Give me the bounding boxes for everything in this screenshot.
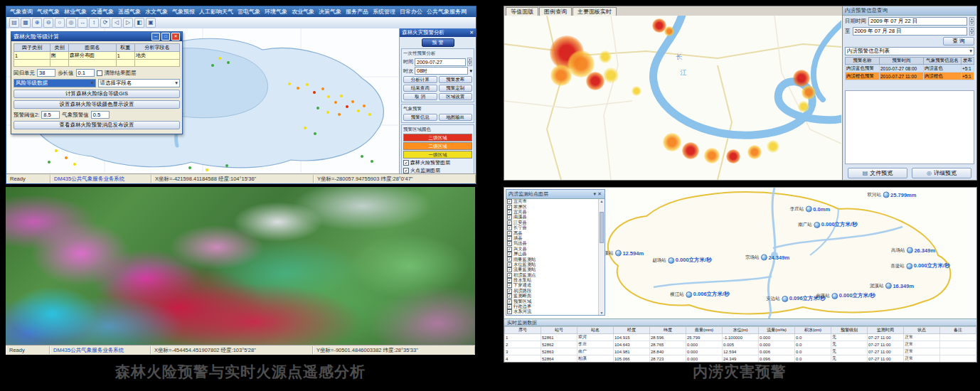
menu-item[interactable]: 遥感气象: [117, 8, 142, 16]
minimize-icon[interactable]: ─: [151, 33, 160, 41]
scrollbar-thumb[interactable]: [600, 212, 604, 243]
color-settings-button[interactable]: 设置森林火险等级颜色显示设置: [14, 100, 180, 109]
legend-icon[interactable]: ▣: [146, 18, 156, 28]
panel-button[interactable]: 结果查询: [403, 85, 437, 92]
panel-button[interactable]: 预警定制: [439, 85, 473, 92]
table-row[interactable]: 452864柏溪105.06628.7230.00024.3490.0960.0…: [505, 355, 976, 363]
checkbox-checked-icon[interactable]: ✔: [507, 210, 512, 215]
checkbox-checked-icon[interactable]: ✔: [507, 199, 512, 204]
refresh-icon[interactable]: ⟳: [100, 18, 110, 28]
menu-item[interactable]: 日常办公: [398, 8, 424, 16]
layer-checkbox-row[interactable]: ✔森林火险预警图层: [403, 159, 472, 166]
tree-scrollbar[interactable]: ▲ ▼: [598, 199, 604, 315]
checkbox-checked-icon[interactable]: ✔: [507, 294, 512, 299]
flood-monitor-map[interactable]: 双河站 25.799mm 李庄站 0.0mm 南广站 0.000立方米/秒: [504, 188, 976, 318]
date-from-spinner[interactable]: ▲▼: [969, 17, 974, 26]
risk-data-select[interactable]: 风险等级数据▾: [14, 79, 96, 87]
date-from-field[interactable]: 2009 年 07 月 22 日: [868, 17, 967, 26]
checkbox-icon[interactable]: ✔: [403, 168, 409, 173]
unit-input[interactable]: 38: [37, 69, 55, 77]
panel-button[interactable]: 预警发布: [439, 76, 473, 83]
checkbox-checked-icon[interactable]: ✔: [507, 241, 512, 246]
select-icon[interactable]: ◧: [134, 18, 144, 28]
date-to-field[interactable]: 2009 年 07 月 28 日: [853, 27, 968, 36]
publish-settings-button[interactable]: 查看森林火险预警消息发布设置: [14, 121, 180, 129]
station-marker[interactable]: 李庄站 0.0mm: [790, 206, 830, 213]
station-marker[interactable]: 宗场站 24.349m: [745, 255, 789, 261]
spinner-down-icon[interactable]: ▼: [969, 21, 974, 26]
map-layers-icon[interactable]: ▤: [9, 18, 19, 28]
dialog-titlebar[interactable]: 森林火险等级计算 ─ □ ✕: [11, 32, 182, 41]
map-tab[interactable]: 主要面板实时: [572, 7, 617, 16]
checkbox-icon[interactable]: ✔: [403, 160, 409, 166]
station-marker[interactable]: 泥溪站 16.349m: [870, 283, 914, 289]
table-row[interactable]: 352863南广104.98128.8400.00012.5940.0060.0…: [505, 348, 976, 355]
menu-item[interactable]: 雷电气象: [236, 8, 262, 16]
chevron-down-icon[interactable]: ▾: [469, 68, 472, 74]
close-icon[interactable]: ✕: [597, 191, 602, 197]
panel-button[interactable]: 分析计算: [403, 76, 437, 83]
maximize-icon[interactable]: □: [161, 33, 170, 41]
checkbox-checked-icon[interactable]: ✔: [507, 309, 512, 314]
table-row[interactable]: 内涝蓝色预警2010-07-27 08:00内涝蓝色+5:1: [846, 65, 974, 73]
previous-view-icon[interactable]: ◁: [112, 18, 122, 28]
spinner-down-icon[interactable]: ▼: [969, 31, 974, 36]
date-field[interactable]: 2009-07-27: [415, 58, 466, 66]
menu-item[interactable]: 决策气象: [317, 8, 343, 16]
station-marker[interactable]: 喜捷站 0.000立方米/秒: [890, 262, 949, 269]
checkbox-checked-icon[interactable]: ✔: [507, 289, 512, 294]
station-marker[interactable]: 横江站 0.006立方米/秒: [670, 291, 729, 298]
checkbox-checked-icon[interactable]: ✔: [507, 278, 512, 283]
menu-item[interactable]: 气象查询: [9, 8, 34, 16]
table-row[interactable]: 1面森林分布图1地类: [14, 52, 180, 60]
clear-checkbox[interactable]: [97, 70, 102, 76]
station-marker[interactable]: 双河站 25.799mm: [868, 192, 917, 198]
checkbox-checked-icon[interactable]: ✔: [507, 236, 512, 241]
checkbox-checked-icon[interactable]: ✔: [507, 283, 512, 288]
date-to-spinner[interactable]: ▲▼: [969, 27, 974, 36]
city-map[interactable]: 长江: [504, 16, 843, 180]
spinner-down-icon[interactable]: ▼: [467, 62, 472, 66]
checkbox-checked-icon[interactable]: ✔: [507, 215, 512, 220]
attribute-table-icon[interactable]: ▦: [21, 18, 31, 28]
menu-item[interactable]: 交通气象: [90, 8, 115, 16]
calc-risk-button[interactable]: 计算森林火险综合等级GIS: [14, 90, 180, 98]
map-tab[interactable]: 等值面版: [506, 7, 538, 16]
checkbox-checked-icon[interactable]: ✔: [507, 247, 512, 252]
menu-item[interactable]: 水文气象: [144, 8, 169, 16]
menu-item[interactable]: 林业气象: [63, 8, 88, 16]
checkbox-checked-icon[interactable]: ✔: [507, 273, 512, 278]
hour-field[interactable]: 08时: [415, 67, 468, 75]
file-preview-button[interactable]: ▤文件预览: [848, 168, 907, 178]
checkbox-checked-icon[interactable]: ✔: [507, 299, 512, 304]
menu-item[interactable]: 气象预报: [171, 8, 196, 16]
warning-button[interactable]: 预 警: [422, 38, 454, 47]
menu-item[interactable]: 气候气象: [36, 8, 61, 16]
field-select[interactable]: 请选择字段名▾: [98, 79, 181, 87]
monitor-table-area[interactable]: 序号站号站名经度纬度雨量(mm)水位(m)流量(m³/s)积水(cm)预警级别监…: [504, 326, 976, 362]
zoom-in-icon[interactable]: ⊕: [32, 18, 42, 28]
warning-plan-select[interactable]: 内涝预警信息列表▾: [845, 47, 974, 55]
fire-map[interactable]: 宜宾市 森林火险等级计算 ─ □ ✕ 因子类别类别图层名权重分析字段名: [6, 28, 400, 174]
warning-detail-area[interactable]: [845, 90, 974, 164]
checkbox-checked-icon[interactable]: ✔: [507, 220, 512, 225]
full-extent-icon[interactable]: ○: [55, 18, 65, 28]
met-warning-input[interactable]: 0.5: [91, 111, 110, 119]
menu-item[interactable]: 农业气象: [290, 8, 316, 16]
next-view-icon[interactable]: ▷: [123, 18, 133, 28]
step-input[interactable]: 0.1: [76, 69, 95, 77]
table-row[interactable]: 252862李庄104.64328.7650.0000.0050.0000.0无…: [505, 341, 976, 348]
panel-button[interactable]: 取 消: [403, 93, 437, 100]
station-marker[interactable]: 柏溪站 12.594m: [600, 250, 644, 257]
panel-button[interactable]: 地图输出: [439, 114, 473, 121]
checkbox-checked-icon[interactable]: ✔: [507, 231, 512, 236]
checkbox-checked-icon[interactable]: ✔: [507, 257, 512, 262]
checkbox-checked-icon[interactable]: ✔: [507, 205, 512, 210]
checkbox-checked-icon[interactable]: ✔: [507, 262, 512, 267]
detail-preview-button[interactable]: ◎详细预览: [912, 168, 971, 178]
checkbox-checked-icon[interactable]: ✔: [507, 267, 512, 272]
table-row[interactable]: [14, 60, 180, 67]
station-marker[interactable]: 赵场站 0.000立方米/秒: [652, 257, 711, 264]
measure-icon[interactable]: ↕: [89, 18, 99, 28]
query-button[interactable]: 查 询: [943, 37, 974, 45]
